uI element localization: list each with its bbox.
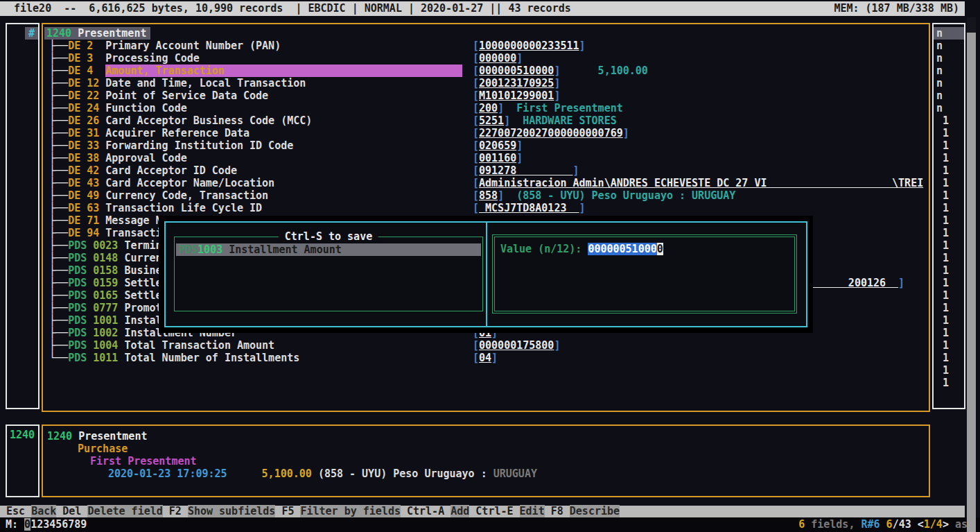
- tree-row-de-42[interactable]: ├──DE 42 Card Acceptor ID Code[091278 ]: [43, 164, 929, 177]
- summary-amount: 5,100.00: [227, 467, 312, 480]
- keybar-key-del[interactable]: Del: [62, 505, 81, 517]
- keybar-key-f5[interactable]: F5: [281, 505, 294, 517]
- tree-row-de-26[interactable]: ├──DE 26 Card Acceptor Business Code (MC…: [43, 114, 929, 127]
- tree-row-de-4[interactable]: ├──DE 4 Amount, Transaction [00000051000…: [43, 65, 929, 77]
- tree-row-de-31[interactable]: ├──DE 31 Acquirer Reference Data[2270072…: [43, 127, 929, 139]
- field-tag: PDS: [68, 352, 93, 364]
- tree-row-de-3[interactable]: ├──DE 3 Processing Code[000000]: [43, 52, 929, 65]
- field-name: Transacti: [105, 227, 161, 239]
- field-value[interactable]: [000000]: [473, 52, 523, 65]
- field-value[interactable]: [22700720027000000000769]: [473, 127, 629, 139]
- field-name: Processing Code: [105, 52, 199, 65]
- field-name: Amount, Transaction: [105, 65, 462, 77]
- field-tag: DE 24: [68, 102, 105, 114]
- fields-word: fields,: [805, 518, 861, 531]
- tree-connector: ├──: [43, 252, 68, 264]
- dialog-selected-field[interactable]: PDS1003Installment Amount: [176, 243, 481, 256]
- side-indicator: 1: [934, 202, 964, 214]
- message-title-row[interactable]: 1240Presentment: [43, 27, 929, 40]
- tree-row-pds-1004[interactable]: ├──PDS 1004 Total Transaction Amount[000…: [43, 339, 929, 352]
- field-num: 0158: [93, 264, 124, 277]
- tree-connector: ├──: [43, 239, 68, 252]
- record-total: /43: [893, 518, 918, 531]
- summary-name: Presentment: [72, 430, 147, 443]
- field-value[interactable]: [ MCSJ7TD8A0123 ]: [473, 202, 586, 214]
- field-name: Termin: [124, 239, 161, 252]
- indicator-panel: nnnnnnn 1 1 1 1 1 1 1 1 1 1 1 1 1 1 1 1 …: [932, 23, 965, 409]
- bottom-status-bar: M: 0123456789 6 fields, R#6 6/43 <1/4> a…: [0, 517, 980, 532]
- record-position-info: 6 fields, R#6 6/43 <1/4> as: [798, 517, 968, 532]
- field-tag: DE 42: [68, 164, 105, 177]
- summary-type: Purchase: [78, 443, 128, 455]
- tree-connector: ├──: [43, 327, 68, 339]
- field-value[interactable]: [200] First Presentment: [473, 102, 623, 114]
- field-value[interactable]: [000000175800]: [473, 339, 560, 352]
- field-annotation: 5,100.00: [560, 65, 647, 77]
- tree-connector: ├──: [43, 139, 68, 152]
- side-indicator: 1: [934, 127, 964, 139]
- keybar-key-f2[interactable]: F2: [169, 505, 182, 517]
- side-indicator: 1: [934, 189, 964, 202]
- dialog-title: Ctrl-S to save: [279, 230, 378, 243]
- tree-row-de-12[interactable]: ├──DE 12 Date and Time, Local Transactio…: [43, 77, 929, 89]
- tree-row-de-43[interactable]: ├──DE 43 Card Acceptor Name/Location[Adm…: [43, 177, 929, 189]
- field-tag: PDS: [68, 252, 93, 264]
- tree-row-de-33[interactable]: ├──DE 33 Forwarding Institution ID Code[…: [43, 139, 929, 152]
- field-value[interactable]: [091278 ]: [473, 164, 579, 177]
- selected-record-marker: #: [25, 27, 38, 40]
- field-value[interactable]: [200123170925]: [473, 77, 560, 89]
- field-value[interactable]: [000000510000] 5,100.00: [473, 65, 648, 77]
- tree-connector: ├──: [43, 164, 68, 177]
- side-indicator: 1: [934, 227, 964, 239]
- value-input-box: Value (n/12):000000510000: [492, 234, 797, 314]
- field-value[interactable]: [858] (858 - UYU) Peso Uruguayo : URUGUA…: [473, 189, 735, 202]
- field-value[interactable]: [Administracion Admin\ANDRES ECHEVESTE D…: [473, 177, 923, 189]
- tree-connector: ├──: [43, 202, 68, 214]
- keybar-key-esc[interactable]: Esc: [6, 505, 25, 517]
- side-indicator: n: [934, 27, 964, 40]
- field-num: 1011: [93, 352, 124, 364]
- field-name: Date and Time, Local Transaction: [105, 77, 306, 89]
- tree-row-de-2[interactable]: ├──DE 2 Primary Account Number (PAN)[100…: [43, 40, 929, 52]
- tree-row-de-49[interactable]: ├──DE 49 Currency Code, Transaction[858]…: [43, 189, 929, 202]
- field-value[interactable]: [1000000000233511]: [473, 40, 586, 52]
- field-num: 0148: [93, 252, 124, 264]
- dialog-field-name: Installment Amount: [222, 243, 342, 256]
- field-tag: DE 31: [68, 127, 105, 139]
- keybar-key-ctrle[interactable]: Ctrl-E: [475, 505, 513, 517]
- field-value[interactable]: [001160]: [473, 152, 523, 164]
- side-indicator: 1: [934, 327, 964, 339]
- field-value[interactable]: [020659]: [473, 139, 523, 152]
- side-indicator: n: [934, 89, 964, 102]
- tree-row-de-38[interactable]: ├──DE 38 Approval Code[001160]: [43, 152, 929, 164]
- tree-row-de-22[interactable]: ├──DE 22 Point of Service Data Code[M101…: [43, 89, 929, 102]
- field-tag: DE 22: [68, 89, 105, 102]
- summary-currency: (858 - UYU) Peso Uruguayo :: [318, 467, 487, 480]
- scrollbar-thumb[interactable]: [967, 17, 976, 33]
- record-number: R#6: [861, 518, 880, 531]
- file-info: file20 -- 6,616,625 bytes, 10,990 record…: [14, 1, 571, 16]
- side-indicator: n: [934, 77, 964, 89]
- field-tag: DE 71: [68, 214, 105, 227]
- side-indicator: 1: [934, 214, 964, 227]
- value-cursor: 0: [657, 243, 663, 255]
- value-input[interactable]: Value (n/12):000000510000: [494, 237, 795, 311]
- tree-row-pds-1011[interactable]: └──PDS 1011 Total Number of Installments…: [43, 352, 929, 364]
- field-value[interactable]: [M10101299001]: [473, 89, 560, 102]
- summary-code: 1240: [47, 430, 72, 443]
- tree-row-de-24[interactable]: ├──DE 24 Function Code[200] First Presen…: [43, 102, 929, 114]
- side-indicator: n: [934, 65, 964, 77]
- side-indicator: 1: [934, 289, 964, 302]
- tree-row-de-63[interactable]: ├──DE 63 Transaction Life Cycle ID[ MCSJ…: [43, 202, 929, 214]
- field-value[interactable]: [5251] HARDWARE STORES: [473, 114, 617, 127]
- terminal-screen: file20 -- 6,616,625 bytes, 10,990 record…: [0, 0, 980, 532]
- keybar-key-ctrla[interactable]: Ctrl-A: [407, 505, 444, 517]
- field-value[interactable]: [04]: [473, 352, 498, 364]
- field-num: 0165: [93, 289, 124, 302]
- keybar-label: Edit: [520, 505, 545, 517]
- keybar-key-f8[interactable]: F8: [551, 505, 563, 517]
- field-name: Primary Account Number (PAN): [105, 40, 281, 52]
- scrollbar[interactable]: [967, 17, 976, 532]
- field-annotation: First Presentment: [504, 102, 623, 114]
- mode-input[interactable]: M: 0123456789: [6, 517, 87, 532]
